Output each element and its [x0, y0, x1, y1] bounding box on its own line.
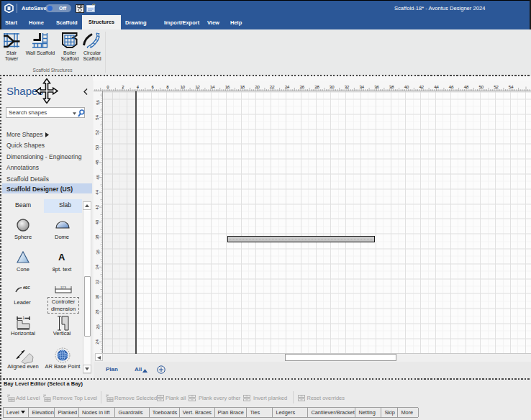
svg-text:34: 34: [359, 85, 364, 89]
svg-text:28: 28: [96, 309, 100, 314]
svg-text:50: 50: [478, 85, 484, 89]
svg-text:26: 26: [96, 324, 100, 329]
svg-text:24: 24: [96, 339, 100, 344]
svg-text:32: 32: [96, 279, 100, 284]
svg-text:56: 56: [96, 100, 100, 105]
svg-text:52: 52: [96, 129, 100, 134]
svg-text:54: 54: [96, 114, 100, 119]
svg-text:20: 20: [255, 85, 260, 89]
svg-text:44: 44: [434, 85, 439, 89]
svg-text:26: 26: [299, 85, 304, 89]
svg-text:50: 50: [96, 145, 100, 150]
svg-text:44: 44: [96, 189, 100, 194]
svg-text:12'3: 12'3: [60, 286, 66, 289]
svg-text:10: 10: [180, 85, 185, 89]
svg-text:30: 30: [330, 85, 335, 89]
svg-text:30: 30: [96, 294, 100, 299]
svg-text:38: 38: [389, 85, 394, 89]
svg-text:36: 36: [374, 85, 379, 89]
svg-text:36: 36: [96, 250, 100, 255]
svg-text:34: 34: [96, 264, 100, 269]
svg-text:46: 46: [449, 85, 454, 89]
svg-text:42: 42: [96, 204, 100, 209]
svg-text:14: 14: [210, 85, 215, 89]
svg-text:40: 40: [404, 85, 409, 89]
svg-text:46: 46: [96, 175, 100, 180]
svg-text:48: 48: [96, 160, 100, 165]
svg-text:ABC: ABC: [23, 286, 30, 290]
svg-text:24: 24: [285, 85, 290, 89]
svg-text:54: 54: [509, 85, 514, 89]
svg-text:18: 18: [240, 85, 245, 89]
svg-text:52: 52: [494, 85, 499, 89]
svg-text:48: 48: [464, 85, 469, 89]
svg-text:40: 40: [96, 219, 100, 224]
svg-text:28: 28: [314, 85, 319, 89]
svg-text:32: 32: [345, 85, 350, 89]
svg-text:22: 22: [270, 85, 275, 89]
svg-text:38: 38: [96, 234, 100, 239]
svg-text:42: 42: [419, 85, 424, 89]
svg-text:16: 16: [225, 85, 230, 89]
svg-text:12: 12: [195, 85, 200, 89]
